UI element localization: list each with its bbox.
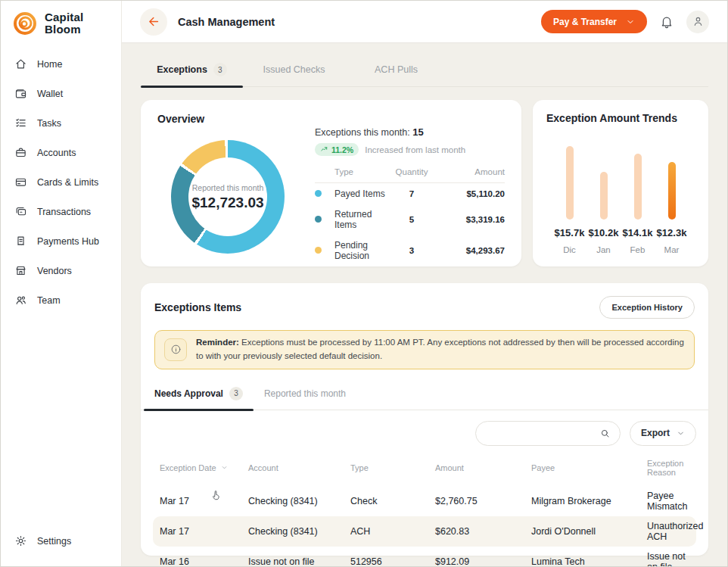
sidebar-item-label: Home — [37, 59, 62, 70]
sidebar: Capital Bloom Home Wallet Tasks Accounts — [1, 1, 122, 566]
change-text: Increased from last month — [365, 145, 465, 154]
trends-card: Exception Amount Trends $15.7kDic $10.2k… — [533, 100, 708, 266]
trends-bar-chart — [546, 145, 695, 220]
exceptions-items-title: Exceptions Items — [154, 301, 241, 313]
bar-feb — [634, 154, 642, 220]
donut-chart: Reported this month $12,723.03 — [171, 140, 285, 254]
arrow-left-icon — [148, 15, 160, 28]
header-actions: Pay & Transfer — [541, 10, 709, 33]
exceptions-table-area: Export Exception Date Account Type Amoun… — [141, 410, 708, 566]
table-row: Pending Decision 3 $4,293.67 — [315, 235, 505, 266]
sort-exception-date[interactable]: Exception Date — [160, 463, 248, 472]
overview-table-header: Type Quantity Amount — [315, 167, 505, 183]
needs-approval-badge: 3 — [229, 387, 243, 400]
briefcase-icon — [14, 146, 27, 159]
pay-transfer-button[interactable]: Pay & Transfer — [541, 10, 647, 33]
exceptions-count-line: Exceptions this month: 15 — [315, 126, 505, 138]
sidebar-item-label: Team — [37, 295, 61, 306]
capital-bloom-logo-icon — [11, 10, 39, 37]
sort-chevron-icon — [220, 463, 229, 472]
back-button[interactable] — [140, 8, 167, 36]
sidebar-item-accounts[interactable]: Accounts — [1, 138, 121, 167]
overview-card: Overview Reported this month $12,723.03 … — [141, 100, 521, 266]
tab-exceptions-badge: 3 — [213, 63, 227, 76]
sidebar-item-home[interactable]: Home — [1, 49, 121, 79]
sidebar-item-cards-limits[interactable]: Cards & Limits — [1, 167, 121, 197]
sidebar-item-label: Wallet — [37, 89, 63, 99]
profile-button[interactable] — [686, 11, 709, 33]
donut-center: Reported this month $12,723.03 — [188, 157, 267, 236]
bar-dic — [566, 146, 574, 220]
wallet-icon — [14, 87, 27, 100]
table-row[interactable]: Mar 16 Issue not on file 512956 $912.09 … — [153, 547, 696, 566]
sidebar-item-label: Transactions — [37, 207, 91, 217]
donut-center-label: Reported this month — [192, 183, 264, 192]
export-button[interactable]: Export — [630, 421, 696, 446]
receipt-icon — [14, 235, 27, 248]
content-area: Exceptions 3 Issued Checks ACH Pulls Ove… — [122, 43, 727, 566]
overview-breakdown-table: Type Quantity Amount Payed Items 7 $5,11… — [315, 167, 505, 266]
transactions-icon — [14, 205, 27, 218]
page-header: Cash Management Pay & Transfer — [122, 1, 727, 43]
bar-jan — [600, 172, 608, 220]
sidebar-item-vendors[interactable]: Vendors — [1, 256, 121, 285]
tab-label: Exceptions — [157, 64, 207, 75]
overview-stats: Exceptions this month: 15 11.2% Increase… — [315, 125, 505, 266]
top-tabs: Exceptions 3 Issued Checks ACH Pulls — [141, 57, 708, 87]
sidebar-item-label: Cards & Limits — [37, 177, 98, 188]
app-window: Capital Bloom Home Wallet Tasks Accounts — [0, 0, 728, 567]
credit-card-icon — [14, 176, 27, 188]
sidebar-nav: Home Wallet Tasks Accounts Cards & Limit… — [1, 49, 121, 315]
pay-transfer-label: Pay & Transfer — [553, 17, 617, 27]
sidebar-item-team[interactable]: Team — [1, 285, 121, 315]
overview-title: Overview — [157, 113, 505, 125]
subtab-reported-this-month[interactable]: Reported this month — [254, 381, 356, 410]
bar-mar — [668, 162, 676, 220]
sidebar-item-transactions[interactable]: Transactions — [1, 197, 121, 226]
tab-issued-checks[interactable]: Issued Checks — [243, 57, 345, 86]
sidebar-item-label: Vendors — [37, 266, 72, 276]
subtab-needs-approval[interactable]: Needs Approval 3 — [144, 381, 254, 410]
notifications-button[interactable] — [659, 14, 674, 30]
user-icon — [692, 15, 705, 28]
returned-items-dot — [315, 216, 322, 223]
reminder-text: Reminder: Exceptions must be processed b… — [196, 336, 685, 363]
search-input[interactable] — [485, 428, 599, 438]
page-title: Cash Management — [178, 16, 275, 28]
chevron-down-icon — [677, 429, 685, 438]
sidebar-item-wallet[interactable]: Wallet — [1, 79, 121, 108]
search-box — [475, 421, 621, 446]
trend-up-icon — [320, 145, 328, 154]
sidebar-item-label: Accounts — [37, 148, 76, 158]
storefront-icon — [14, 264, 27, 277]
sidebar-item-label: Settings — [37, 536, 71, 547]
info-icon — [164, 338, 187, 361]
home-icon — [14, 58, 27, 70]
chevron-down-icon — [626, 17, 635, 26]
trends-title: Exception Amount Trends — [546, 112, 695, 124]
exceptions-table-header: Exception Date Account Type Amount Payee… — [153, 459, 696, 486]
tab-ach-pulls[interactable]: ACH Pulls — [345, 57, 447, 86]
tab-label: Issued Checks — [263, 64, 325, 75]
exceptions-items-card: Exceptions Items Exception History Remin… — [141, 283, 708, 556]
tab-label: ACH Pulls — [375, 64, 418, 75]
brand-name: Capital Bloom — [45, 11, 83, 36]
table-row[interactable]: Mar 17 Checking (8341) ACH $620.83 Jordi… — [153, 516, 696, 547]
search-icon — [599, 428, 611, 439]
gear-icon — [14, 534, 27, 547]
bell-icon — [659, 14, 674, 30]
tab-exceptions[interactable]: Exceptions 3 — [141, 57, 243, 86]
exceptions-count: 15 — [412, 126, 423, 138]
table-row: Returned Items 5 $3,319.16 — [315, 204, 505, 235]
tasks-icon — [14, 117, 27, 129]
approval-subtabs: Needs Approval 3 Reported this month — [141, 381, 708, 410]
pending-decision-dot — [315, 247, 322, 254]
table-row[interactable]: Mar 17 Checking (8341) Check $2,760.75 M… — [153, 486, 696, 516]
sidebar-item-payments-hub[interactable]: Payments Hub — [1, 226, 121, 256]
reminder-banner: Reminder: Exceptions must be processed b… — [154, 330, 695, 369]
sidebar-item-settings[interactable]: Settings — [1, 526, 121, 556]
sidebar-item-tasks[interactable]: Tasks — [1, 108, 121, 138]
change-row: 11.2% Increased from last month — [315, 143, 505, 156]
exception-history-button[interactable]: Exception History — [599, 296, 695, 319]
sidebar-item-label: Payments Hub — [37, 236, 99, 247]
